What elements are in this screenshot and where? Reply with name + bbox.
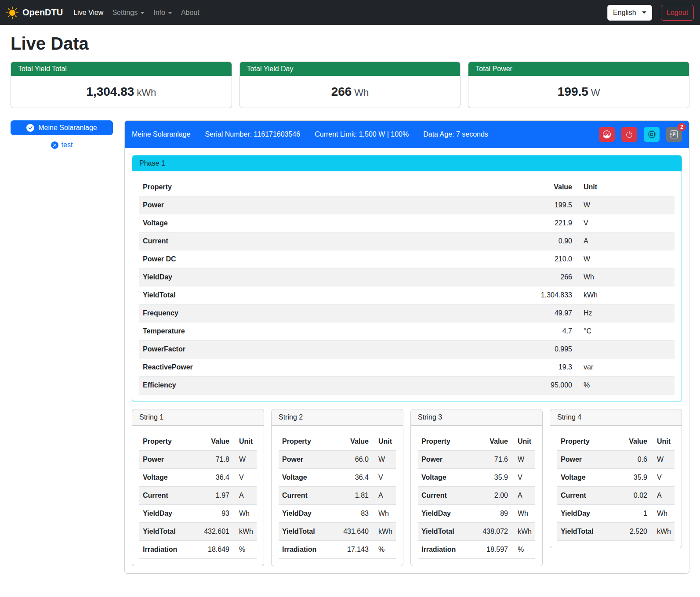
property-unit: Wh (233, 505, 257, 523)
property-unit: Wh (651, 505, 675, 523)
string-2-card: String 2 Property Value Unit (271, 409, 403, 566)
property-unit: Wh (372, 505, 396, 523)
card-unit: W (591, 87, 600, 98)
property-unit: W (233, 451, 257, 469)
property-label: YieldTotal (418, 523, 479, 541)
table-row: YieldDay 89 Wh (418, 505, 535, 523)
property-unit: Wh (511, 505, 535, 523)
total-yield-day-card: Total Yield Day 266Wh (239, 62, 461, 108)
property-label: ReactivePower (139, 358, 519, 376)
table-row: Power DC 210.0 W (139, 250, 675, 268)
journal-icon (670, 130, 678, 138)
property-label: Power (418, 451, 479, 469)
table-row: Current 0.90 A (139, 232, 675, 250)
property-label: YieldDay (139, 505, 200, 523)
table-row: Power 199.5 W (139, 196, 675, 214)
nav-live-view[interactable]: Live View (69, 5, 108, 20)
string-table: Property Value Unit Power 71.6 W (418, 433, 535, 559)
property-value: 66.0 (340, 451, 372, 469)
table-row: ReactivePower 19.3 var (139, 358, 675, 376)
property-value: 431.640 (340, 523, 372, 541)
property-value: 19.3 (519, 358, 576, 376)
logout-button[interactable]: Logout (661, 5, 694, 21)
property-unit: V (372, 469, 396, 487)
inverter-limit: Current Limit: 1,500 W | 100% (315, 130, 409, 138)
event-log-button[interactable]: 2 (666, 127, 682, 142)
total-power-card: Total Power 199.5W (468, 62, 689, 108)
table-row: YieldTotal 431.640 kWh (279, 523, 396, 541)
property-unit: kWh (233, 523, 257, 541)
table-row: Irradiation 18.597 % (418, 541, 535, 559)
property-label: Power (139, 451, 200, 469)
column-header-unit: Unit (651, 433, 675, 451)
power-settings-button[interactable] (621, 127, 637, 142)
string-3-card: String 3 Property Value Unit (410, 409, 543, 566)
property-label: YieldDay (418, 505, 479, 523)
property-value: 36.4 (340, 469, 372, 487)
property-value: 1.97 (200, 487, 233, 505)
table-row: YieldTotal 432.601 kWh (139, 523, 257, 541)
table-row: Current 0.02 A (557, 487, 675, 505)
string-title: String 3 (411, 409, 542, 426)
table-row: YieldDay 83 Wh (279, 505, 396, 523)
property-label: Voltage (139, 469, 200, 487)
property-unit: Wh (576, 268, 675, 286)
column-header-property: Property (418, 433, 479, 451)
property-value: 35.9 (479, 469, 511, 487)
sun-icon (6, 7, 18, 19)
power-icon (625, 130, 633, 138)
property-label: Current (139, 487, 200, 505)
card-value: 266 (331, 85, 352, 98)
column-header-property: Property (557, 433, 618, 451)
property-value: 0.995 (519, 340, 576, 358)
property-label: Efficiency (139, 376, 519, 394)
table-row: Power 71.6 W (418, 451, 535, 469)
property-unit: W (576, 250, 675, 268)
strings-row: String 1 Property Value Unit (132, 409, 682, 566)
table-row: Voltage 36.4 V (139, 469, 257, 487)
nav-settings-label: Settings (112, 9, 138, 17)
device-info-button[interactable] (644, 127, 660, 142)
table-row: YieldDay 1 Wh (557, 505, 675, 523)
nav-settings[interactable]: Settings (108, 5, 149, 20)
column-header-value: Value (340, 433, 372, 451)
card-unit: Wh (354, 87, 369, 98)
gauge-icon (603, 130, 611, 138)
inverter-data-age: Data Age: 7 seconds (423, 130, 488, 138)
brand[interactable]: OpenDTU (6, 7, 63, 19)
property-value: 0.90 (519, 232, 576, 250)
property-label: Voltage (279, 469, 340, 487)
table-row: Power 0.6 W (557, 451, 675, 469)
property-label: Irradiation (139, 541, 200, 559)
page-container: Live Data Total Yield Total 1,304.83kWh … (0, 34, 700, 583)
property-unit: % (576, 376, 675, 394)
property-unit: var (576, 358, 675, 376)
property-value: 266 (519, 268, 576, 286)
cpu-icon (648, 130, 656, 138)
property-value: 89 (479, 505, 511, 523)
inverter-selected-button[interactable]: Meine Solaranlage (11, 120, 113, 135)
property-value: 83 (340, 505, 372, 523)
language-select[interactable]: English (607, 5, 652, 21)
property-value: 1.81 (340, 487, 372, 505)
property-value: 35.9 (618, 469, 651, 487)
inverter-item-test[interactable]: test (11, 141, 113, 149)
column-header-unit: Unit (233, 433, 257, 451)
table-row: Current 2.00 A (418, 487, 535, 505)
navbar: OpenDTU Live View Settings Info About En… (0, 0, 700, 25)
inverter-card: Meine Solaranlage Serial Number: 1161716… (124, 120, 689, 574)
property-unit: A (372, 487, 396, 505)
check-circle-icon (26, 124, 34, 132)
property-unit: V (651, 469, 675, 487)
nav-about[interactable]: About (177, 5, 204, 20)
property-value: 2.00 (479, 487, 511, 505)
property-value: 93 (200, 505, 233, 523)
property-value: 71.8 (200, 451, 233, 469)
property-unit: W (511, 451, 535, 469)
table-row: Irradiation 17.143 % (279, 541, 396, 559)
table-row: Frequency 49.97 Hz (139, 304, 675, 322)
table-row: Voltage 221.9 V (139, 214, 675, 232)
nav-info[interactable]: Info (149, 5, 177, 20)
limit-settings-button[interactable] (599, 127, 615, 142)
property-unit: V (233, 469, 257, 487)
